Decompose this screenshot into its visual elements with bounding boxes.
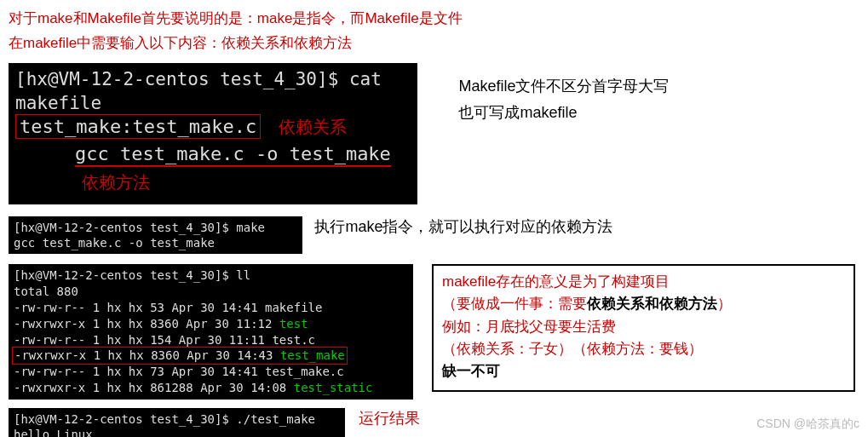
callout-l2c: ） <box>717 296 732 312</box>
terminal-run: [hx@VM-12-2-centos test_4_30]$ ./test_ma… <box>9 408 345 437</box>
term4-l1: [hx@VM-12-2-centos test_4_30]$ ./test_ma… <box>14 411 340 427</box>
note-makefile-case: Makefile文件不区分首字母大写 也可写成makefile <box>458 73 669 125</box>
list-item: -rwxrwxr-x 1 hx hx 861288 Apr 30 14:08 t… <box>14 380 408 396</box>
list-item: -rw-rw-r-- 1 hx hx 73 Apr 30 14:41 test_… <box>14 364 408 380</box>
intro-line-2: 在makefile中需要输入以下内容：依赖关系和依赖方法 <box>9 32 859 55</box>
list-item: -rwxrwxr-x 1 hx hx 8360 Apr 30 14:43 tes… <box>14 348 408 364</box>
note-run-result: 运行结果 <box>359 408 420 428</box>
list-item: -rw-rw-r-- 1 hx hx 154 Apr 30 11:11 test… <box>14 332 408 348</box>
terminal-cat-makefile: [hx@VM-12-2-centos test_4_30]$ cat makef… <box>9 63 417 204</box>
callout-box: makefile存在的意义是为了构建项目 （要做成一件事：需要依赖关系和依赖方法… <box>432 264 855 392</box>
note-make-exec: 执行make指令，就可以执行对应的依赖方法 <box>314 216 612 237</box>
callout-l4: （依赖关系：子女）（依赖方法：要钱） <box>442 341 703 357</box>
term3-total: total 880 <box>14 284 408 300</box>
term1-dep-anno: 依赖关系 <box>279 116 347 138</box>
terminal-ll: [hx@VM-12-2-centos test_4_30]$ ll total … <box>9 264 413 400</box>
term1-method-anno: 依赖方法 <box>82 170 150 195</box>
term1-dep-rule-row: test_make:test_make.c 依赖关系 <box>15 115 347 140</box>
watermark: CSDN @哈茶真的c <box>756 417 859 432</box>
callout-l5: 缺一不可 <box>442 363 500 379</box>
term1-prompt: [hx@VM-12-2-centos test_4_30]$ cat makef… <box>15 68 411 115</box>
term1-dep-rule: test_make:test_make.c <box>15 114 261 139</box>
term4-l2: hello Linux <box>14 427 340 437</box>
callout-l2b: 依赖关系和依赖方法 <box>587 296 717 312</box>
callout-l2a: （要做成一件事：需要 <box>442 296 587 312</box>
callout-l1: makefile存在的意义是为了构建项目 <box>442 273 670 290</box>
list-item: -rw-rw-r-- 1 hx hx 53 Apr 30 14:41 makef… <box>14 300 408 316</box>
term2-l1: [hx@VM-12-2-centos test_4_30]$ make <box>14 220 297 235</box>
list-item: -rwxrwxr-x 1 hx hx 8360 Apr 30 11:12 tes… <box>14 316 408 332</box>
callout-l3: 例如：月底找父母要生活费 <box>442 319 616 335</box>
note1-l2: 也可写成makefile <box>458 100 669 126</box>
terminal-make: [hx@VM-12-2-centos test_4_30]$ make gcc … <box>9 216 302 254</box>
note1-l1: Makefile文件不区分首字母大写 <box>458 73 669 100</box>
term3-prompt: [hx@VM-12-2-centos test_4_30]$ ll <box>14 267 408 284</box>
intro-line-1: 对于make和Makefile首先要说明的是：make是指令，而Makefile… <box>9 7 859 30</box>
term1-method-cmd: gcc test_make.c -o test_make <box>75 143 391 167</box>
term1-method-row: gcc test_make.c -o test_make 依赖方法 <box>15 140 411 196</box>
term2-l2: gcc test_make.c -o test_make <box>14 235 297 250</box>
